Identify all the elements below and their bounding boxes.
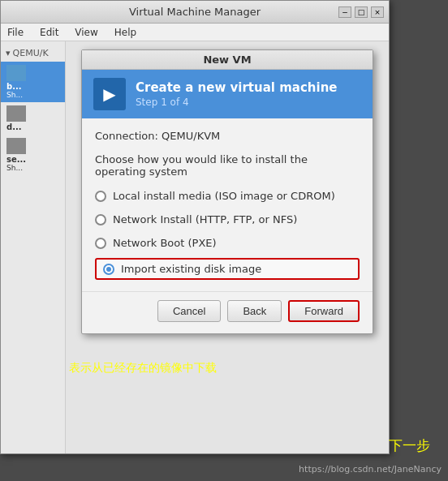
vmm-body: ▾ QEMU/K b... Sh... d... se... Sh...	[1, 41, 389, 453]
desktop: Virtual Machine Manager − □ × File Edit …	[0, 0, 448, 481]
sidebar-item-2[interactable]: d...	[1, 102, 65, 135]
radio-circle-4[interactable]	[103, 264, 114, 275]
sidebar-item-1[interactable]: b... Sh...	[1, 62, 65, 102]
menu-view[interactable]: View	[71, 25, 101, 40]
dialog-titlebar: New VM	[82, 50, 373, 70]
forward-button[interactable]: Forward	[288, 300, 360, 322]
radio-dot-4	[106, 267, 111, 272]
radio-option-1[interactable]: Local install media (ISO image or CDROM)	[95, 187, 360, 204]
dialog-title: New VM	[203, 54, 251, 66]
dialog-header-title: Create a new virtual machine	[136, 80, 338, 95]
vm-icon-1	[6, 65, 26, 81]
sidebar-section-arrow: ▾	[6, 48, 11, 58]
menu-file[interactable]: File	[4, 25, 27, 40]
connection-label: Connection:	[95, 130, 162, 142]
sidebar-item-name-1: b...	[6, 82, 22, 91]
radio-option-3[interactable]: Network Boot (PXE)	[95, 234, 360, 251]
sidebar-item-status-1: Sh...	[6, 91, 23, 99]
vm-icon-3	[6, 138, 26, 154]
maximize-button[interactable]: □	[355, 6, 368, 18]
radio-circle-3[interactable]	[95, 238, 106, 249]
dialog-header-icon: ▶	[93, 78, 126, 110]
radio-circle-1[interactable]	[95, 191, 106, 202]
annotation-url: https://blog.csdn.net/JaneNancy	[299, 464, 442, 475]
radio-label-4: Import existing disk image	[121, 263, 261, 275]
vmm-title: Virtual Machine Manager	[129, 6, 261, 18]
sidebar-section-label: QEMU/K	[13, 48, 49, 58]
radio-circle-2[interactable]	[95, 214, 106, 225]
sidebar-item-3[interactable]: se... Sh...	[1, 135, 65, 175]
new-vm-dialog: New VM ▶ Create a new virtual machine St…	[81, 49, 373, 334]
radio-option-4[interactable]: Import existing disk image	[95, 258, 360, 280]
connection-line: Connection: QEMU/KVM	[95, 130, 360, 142]
radio-label-3: Network Boot (PXE)	[113, 237, 217, 249]
menubar: File Edit View Help	[1, 24, 389, 41]
play-icon: ▶	[103, 84, 115, 104]
dialog-overlay: New VM ▶ Create a new virtual machine St…	[66, 41, 389, 453]
back-button[interactable]: Back	[227, 300, 282, 322]
radio-label-2: Network Install (HTTP, FTP, or NFS)	[113, 213, 297, 225]
radio-option-2[interactable]: Network Install (HTTP, FTP, or NFS)	[95, 211, 360, 228]
vmm-window: Virtual Machine Manager − □ × File Edit …	[0, 0, 390, 454]
sidebar-item-status-3: Sh...	[6, 164, 23, 172]
sidebar-section-qemu: ▾ QEMU/K	[1, 45, 65, 62]
cancel-button[interactable]: Cancel	[157, 300, 221, 322]
vmm-titlebar: Virtual Machine Manager − □ ×	[1, 1, 389, 24]
dialog-header-text: Create a new virtual machine Step 1 of 4	[136, 80, 338, 108]
dialog-buttons: Cancel Back Forward	[82, 291, 373, 333]
close-button[interactable]: ×	[371, 6, 384, 18]
dialog-body: Connection: QEMU/KVM Choose how you woul…	[82, 118, 373, 291]
menu-edit[interactable]: Edit	[37, 25, 62, 40]
dialog-header-subtitle: Step 1 of 4	[136, 97, 338, 108]
connection-value: QEMU/KVM	[162, 130, 220, 142]
minimize-button[interactable]: −	[338, 6, 351, 18]
annotation-chinese: 表示从已经存在的镜像中下载	[69, 361, 217, 376]
sidebar-item-name-3: se...	[6, 155, 26, 164]
vm-icon-2	[6, 105, 26, 122]
menu-help[interactable]: Help	[111, 25, 140, 40]
main-content: New VM ▶ Create a new virtual machine St…	[66, 41, 389, 453]
sidebar: ▾ QEMU/K b... Sh... d... se... Sh...	[1, 41, 66, 453]
radio-label-1: Local install media (ISO image or CDROM)	[113, 190, 335, 202]
annotation-next-step: 下一步	[389, 436, 430, 455]
sidebar-item-name-2: d...	[6, 122, 22, 131]
dialog-header: ▶ Create a new virtual machine Step 1 of…	[82, 70, 373, 118]
install-question: Choose how you would like to install the…	[95, 153, 360, 178]
titlebar-controls: − □ ×	[338, 6, 384, 18]
